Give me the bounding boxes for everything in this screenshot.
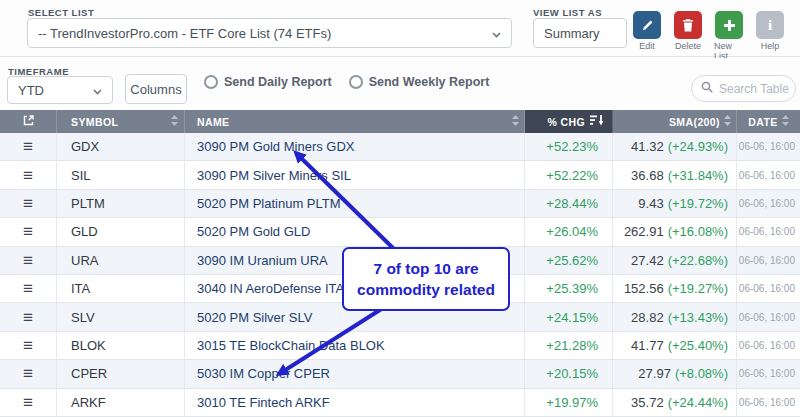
etf-name-link[interactable]: 3040 IN AeroDefense ITA <box>197 281 344 296</box>
send-daily-report-radio[interactable]: Send Daily Report <box>204 75 332 89</box>
row-menu-icon[interactable]: ≡ <box>23 138 33 155</box>
view-list-as-label: VIEW LIST AS <box>533 7 602 18</box>
sma-change-value: (+24.93%) <box>668 139 728 154</box>
symbol-cell: SLV <box>57 303 185 330</box>
etf-name-link[interactable]: 3090 PM Silver Miners SIL <box>197 168 351 183</box>
sma-cell: 27.42 (+22.68%) <box>613 247 737 274</box>
pct-change-cell: +26.04% <box>525 218 613 245</box>
sma-change-value: (+25.40%) <box>668 338 728 353</box>
pct-change-cell: +20.15% <box>525 360 613 387</box>
etf-name-link[interactable]: 5030 IM Copper CPER <box>197 366 330 381</box>
radio-circle-icon <box>204 75 218 89</box>
help-button[interactable]: i Help <box>755 11 785 61</box>
edit-button[interactable]: Edit <box>632 11 662 61</box>
row-menu-cell: ≡ <box>0 161 57 188</box>
help-button-label: Help <box>761 41 780 51</box>
etf-name-link[interactable]: 3090 PM Gold Miners GDX <box>197 139 355 154</box>
sma-change-value: (+24.44%) <box>668 395 728 410</box>
annotation-line1: 7 of top 10 are <box>373 258 478 279</box>
sma-cell: 35.72 (+24.44%) <box>613 389 737 416</box>
name-cell: 3090 PM Gold Miners GDX <box>185 133 525 160</box>
sma-value: 152.56 <box>624 281 664 296</box>
sma-change-value: (+19.72%) <box>668 196 728 211</box>
table-row: ≡ PLTM 5020 PM Platinum PLTM +28.44% 9.4… <box>0 190 800 218</box>
etf-name-link[interactable]: 5020 PM Gold GLD <box>197 224 310 239</box>
symbol-cell: URA <box>57 247 185 274</box>
pct-chg-column-header[interactable]: % CHG <box>525 110 613 133</box>
annotation-callout: 7 of top 10 are commodity related <box>342 247 510 311</box>
sma-change-value: (+31.84%) <box>668 168 728 183</box>
name-cell: 3010 TE Fintech ARKF <box>185 389 525 416</box>
row-menu-cell: ≡ <box>0 275 57 302</box>
expand-table-header[interactable] <box>0 110 57 133</box>
chevron-down-icon <box>93 83 102 98</box>
row-menu-cell: ≡ <box>0 247 57 274</box>
row-menu-icon[interactable]: ≡ <box>23 252 33 269</box>
row-menu-icon[interactable]: ≡ <box>23 337 33 354</box>
date-cell: 06-06, 16:00 <box>737 275 800 302</box>
pct-change-cell: +25.39% <box>525 275 613 302</box>
row-menu-cell: ≡ <box>0 389 57 416</box>
sma-column-header[interactable]: SMA(200) <box>613 110 737 133</box>
send-weekly-report-label: Send Weekly Report <box>369 75 490 89</box>
top-section: SELECT LIST -- TrendInvestorPro.com - ET… <box>0 0 800 57</box>
sma-change-value: (+13.43%) <box>668 310 728 325</box>
row-menu-icon[interactable]: ≡ <box>23 280 33 297</box>
symbol-column-header[interactable]: SYMBOL <box>57 110 185 133</box>
search-table-box[interactable] <box>691 75 796 102</box>
table-row: ≡ SIL 3090 PM Silver Miners SIL +52.22% … <box>0 161 800 189</box>
search-table-input[interactable] <box>719 82 789 96</box>
etf-name-link[interactable]: 3090 IM Uranium URA <box>197 253 328 268</box>
date-cell: 06-06, 16:00 <box>737 133 800 160</box>
row-menu-icon[interactable]: ≡ <box>23 365 33 382</box>
row-menu-cell: ≡ <box>0 218 57 245</box>
name-cell: 5020 PM Platinum PLTM <box>185 190 525 217</box>
sma-cell: 36.68 (+31.84%) <box>613 161 737 188</box>
row-menu-icon[interactable]: ≡ <box>23 309 33 326</box>
symbol-cell: CPER <box>57 360 185 387</box>
symbol-cell: GDX <box>57 133 185 160</box>
etf-name-link[interactable]: 3010 TE Fintech ARKF <box>197 395 330 410</box>
etf-name-link[interactable]: 5020 PM Platinum PLTM <box>197 196 341 211</box>
view-list-as-field[interactable]: Summary <box>533 18 627 48</box>
row-menu-cell: ≡ <box>0 360 57 387</box>
trash-icon <box>674 11 702 39</box>
radio-circle-icon <box>349 75 363 89</box>
sma-change-value: (+19.27%) <box>668 281 728 296</box>
sma-cell: 262.91 (+16.08%) <box>613 218 737 245</box>
timeframe-dropdown[interactable]: YTD <box>7 76 113 104</box>
sma-value: 262.91 <box>624 224 664 239</box>
select-list-dropdown[interactable]: -- TrendInvestorPro.com - ETF Core List … <box>27 18 512 48</box>
sma-value: 28.82 <box>631 310 664 325</box>
row-menu-icon[interactable]: ≡ <box>23 195 33 212</box>
send-weekly-report-radio[interactable]: Send Weekly Report <box>349 75 490 89</box>
row-menu-cell: ≡ <box>0 190 57 217</box>
sma-cell: 152.56 (+19.27%) <box>613 275 737 302</box>
symbol-cell: BLOK <box>57 332 185 359</box>
delete-button[interactable]: Delete <box>673 11 703 61</box>
sma-header-label: SMA(200) <box>669 116 720 128</box>
date-column-header[interactable]: DATE <box>737 110 800 133</box>
sma-cell: 9.43 (+19.72%) <box>613 190 737 217</box>
columns-button[interactable]: Columns <box>125 74 187 104</box>
etf-name-link[interactable]: 3015 TE BlockChain Data BLOK <box>197 338 385 353</box>
sort-icon <box>171 115 178 128</box>
send-daily-report-label: Send Daily Report <box>224 75 332 89</box>
pct-change-cell: +25.62% <box>525 247 613 274</box>
table-row: ≡ CPER 5030 IM Copper CPER +20.15% 27.97… <box>0 360 800 388</box>
table-row: ≡ ARKF 3010 TE Fintech ARKF +19.97% 35.7… <box>0 389 800 417</box>
new-list-button[interactable]: New List <box>714 11 744 61</box>
name-column-header[interactable]: NAME <box>185 110 525 133</box>
row-menu-icon[interactable]: ≡ <box>23 394 33 411</box>
etf-name-link[interactable]: 5020 PM Silver SLV <box>197 310 312 325</box>
sma-cell: 41.32 (+24.93%) <box>613 133 737 160</box>
row-menu-icon[interactable]: ≡ <box>23 223 33 240</box>
row-menu-cell: ≡ <box>0 133 57 160</box>
timeframe-value: YTD <box>18 83 44 98</box>
sma-value: 9.43 <box>638 196 663 211</box>
name-cell: 5030 IM Copper CPER <box>185 360 525 387</box>
date-cell: 06-06, 16:00 <box>737 303 800 330</box>
chevron-down-icon <box>492 26 501 41</box>
table-row: ≡ GLD 5020 PM Gold GLD +26.04% 262.91 (+… <box>0 218 800 246</box>
row-menu-icon[interactable]: ≡ <box>23 167 33 184</box>
